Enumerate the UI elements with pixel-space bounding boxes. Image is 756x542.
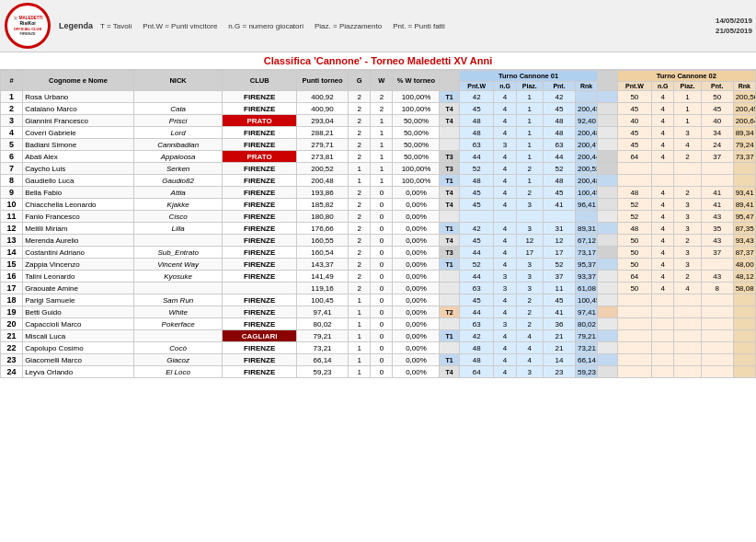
player-w: 1 — [371, 127, 393, 139]
t02-pl — [674, 306, 702, 318]
t02-ng: 4 — [652, 115, 674, 127]
t02-rnk: 73,37 — [733, 151, 755, 163]
t02-pw — [617, 306, 652, 318]
rank-cell: 14 — [1, 247, 23, 259]
turno2-indicator — [598, 354, 617, 366]
t01-pw: 63 — [459, 283, 494, 294]
turno-indicator: T1 — [440, 330, 459, 342]
player-pct: 0,00% — [393, 211, 440, 223]
player-pct: 50,00% — [393, 139, 440, 151]
t01-pw: 45 — [459, 199, 494, 211]
t01-ng: 3 — [494, 139, 516, 151]
title-bar: Classifica 'Cannone' - Torneo Maledetti … — [0, 52, 756, 70]
turno-indicator — [440, 294, 459, 306]
t01-ng — [494, 211, 516, 223]
player-w: 0 — [371, 199, 393, 211]
t02-pl — [674, 163, 702, 175]
turno2-indicator — [598, 330, 617, 342]
t02-ng — [652, 366, 674, 378]
player-pct: 0,00% — [393, 187, 440, 199]
turno2-indicator — [598, 103, 617, 115]
t02-pnt: 40 — [701, 115, 733, 127]
player-club: FIRENZE — [223, 211, 296, 223]
player-g: 2 — [349, 139, 371, 151]
player-pct: 0,00% — [393, 223, 440, 235]
player-club: CAGLIARI — [223, 330, 296, 342]
t02-ng: 4 — [652, 139, 674, 151]
th-t01-pnt: Pnt. — [544, 82, 576, 91]
player-name: Abati Alex — [23, 151, 134, 163]
player-nick — [133, 330, 223, 342]
player-pts: 200,48 — [296, 175, 348, 187]
player-club: FIRENZE — [223, 187, 296, 199]
player-pts: 193,86 — [296, 187, 348, 199]
t02-pl: 2 — [674, 271, 702, 283]
player-pct: 0,00% — [393, 366, 440, 378]
t02-pl: 2 — [674, 187, 702, 199]
player-club: FIRENZE — [223, 318, 296, 330]
turno-indicator — [440, 283, 459, 294]
t01-rnk: 67,12 — [575, 235, 597, 247]
player-nick: Prisci — [133, 115, 223, 127]
t02-pl — [674, 175, 702, 187]
turno2-indicator — [598, 271, 617, 283]
rank-cell: 17 — [1, 283, 23, 294]
turno2-indicator — [598, 163, 617, 175]
player-name: Giacomelli Marco — [23, 354, 134, 366]
t01-rnk: 200,44 — [575, 151, 597, 163]
t01-rnk: 73,17 — [575, 247, 597, 259]
th-w: W — [371, 71, 393, 91]
t02-rnk — [733, 366, 755, 378]
t02-rnk: 48,00 — [733, 259, 755, 271]
t02-rnk: 87,35 — [733, 223, 755, 235]
t02-pl — [674, 318, 702, 330]
player-w: 0 — [371, 211, 393, 223]
t02-pnt: 45 — [701, 103, 733, 115]
player-club: FIRENZE — [223, 127, 296, 139]
date1: 14/05/2019 — [716, 17, 752, 25]
t01-pl: 2 — [516, 187, 544, 199]
turno-indicator: T2 — [440, 306, 459, 318]
th-pct: % W torneo — [393, 71, 440, 91]
player-nick: Kyosuke — [133, 271, 223, 283]
t01-ng: 4 — [494, 259, 516, 271]
t01-ng: 4 — [494, 91, 516, 103]
t02-pnt: 41 — [701, 199, 733, 211]
t01-rnk: 200,48 — [575, 127, 597, 139]
t01-ng: 3 — [494, 271, 516, 283]
t02-ng: 4 — [652, 127, 674, 139]
turno-indicator: T3 — [440, 247, 459, 259]
rank-cell: 2 — [1, 103, 23, 115]
player-pts: 273,81 — [296, 151, 348, 163]
player-club: FIRENZE — [223, 271, 296, 283]
player-name: Zappia Vincenzo — [23, 259, 134, 271]
t02-pw — [617, 163, 652, 175]
turno2-indicator — [598, 91, 617, 103]
t01-pw: 64 — [459, 366, 494, 378]
t02-pw: 50 — [617, 247, 652, 259]
t01-pw: 63 — [459, 318, 494, 330]
t01-pl: 2 — [516, 294, 544, 306]
player-pts: 185,82 — [296, 199, 348, 211]
player-w: 1 — [371, 151, 393, 163]
t01-pl: 4 — [516, 354, 544, 366]
th-club: CLUB — [223, 71, 296, 91]
t02-pw — [617, 342, 652, 354]
player-name: Rosa Urbano — [23, 91, 134, 103]
t02-ng — [652, 294, 674, 306]
player-g: 1 — [349, 318, 371, 330]
turno-indicator: T1 — [440, 354, 459, 366]
t01-pl: 3 — [516, 366, 544, 378]
t02-ng: 4 — [652, 211, 674, 223]
t02-pw — [617, 318, 652, 330]
t02-pw: 48 — [617, 223, 652, 235]
rank-cell: 10 — [1, 199, 23, 211]
player-nick: Giacoz — [133, 354, 223, 366]
t01-pnt — [544, 211, 576, 223]
t02-rnk: 58,08 — [733, 283, 755, 294]
rank-cell: 20 — [1, 318, 23, 330]
player-w: 0 — [371, 366, 393, 378]
player-name: Graouate Amine — [23, 283, 134, 294]
th-ti — [440, 71, 459, 91]
turno-indicator — [440, 127, 459, 139]
